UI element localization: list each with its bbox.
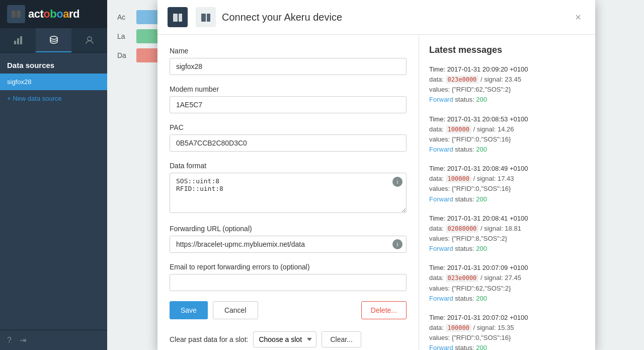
akeru-header-icon bbox=[172, 11, 184, 23]
svg-rect-9 bbox=[201, 14, 206, 22]
cancel-button[interactable]: Cancel bbox=[213, 301, 258, 319]
nav-icon-bar bbox=[0, 28, 107, 53]
clear-section: Clear past data for a slot: Choose a slo… bbox=[170, 331, 407, 347]
modal-header-icon-2 bbox=[196, 7, 216, 27]
nav-charts-button[interactable] bbox=[0, 28, 36, 52]
email-input[interactable] bbox=[170, 274, 407, 291]
sidebar: actoboard Data sources sigfox28 bbox=[0, 0, 107, 350]
clear-button[interactable]: Clear... bbox=[321, 331, 361, 347]
email-label: Email to report forwarding errors to (op… bbox=[170, 263, 407, 271]
svg-rect-0 bbox=[12, 11, 16, 18]
forwarding-url-label: Forwarding URL (optional) bbox=[170, 225, 407, 233]
forward-link-4[interactable]: Forward bbox=[429, 295, 453, 302]
forward-link-2[interactable]: Forward bbox=[429, 195, 453, 203]
forwarding-url-info-icon[interactable]: i bbox=[392, 239, 403, 249]
akeru-modal: Connect your Akeru device × Name Modem n… bbox=[157, 0, 595, 350]
forward-link-1[interactable]: Forward bbox=[429, 146, 453, 153]
data-format-input[interactable]: SOS::uint:8 RFID::uint:8 bbox=[170, 173, 407, 213]
clear-label: Clear past data for a slot: bbox=[170, 335, 248, 343]
logo-area: actoboard bbox=[0, 0, 107, 28]
svg-rect-4 bbox=[20, 36, 22, 44]
akeru-device-icon bbox=[200, 11, 212, 23]
email-group: Email to report forwarding errors to (op… bbox=[170, 263, 407, 291]
messages-title: Latest messages bbox=[429, 45, 585, 55]
account-icon bbox=[85, 36, 94, 45]
modal-close-button[interactable]: × bbox=[571, 10, 585, 25]
messages-panel: Latest messages Time: 2017-01-31 20:09:2… bbox=[419, 35, 595, 350]
delete-button[interactable]: Delete... bbox=[361, 301, 407, 319]
data-sources-title: Data sources bbox=[0, 53, 107, 74]
nav-datasources-button[interactable] bbox=[36, 28, 71, 52]
name-group: Name bbox=[170, 47, 407, 75]
modem-group: Modem number bbox=[170, 85, 407, 113]
main-content: Ac La Da Conn bbox=[107, 0, 644, 350]
pac-group: PAC bbox=[170, 123, 407, 152]
forward-link-5[interactable]: Forward bbox=[429, 344, 453, 350]
data-format-label: Data format bbox=[170, 162, 407, 170]
message-item-5: Time: 2017-01-31 20:07:02 +0100 data: 10… bbox=[429, 313, 585, 350]
modal-header-icon bbox=[168, 7, 188, 27]
pac-label: PAC bbox=[170, 123, 407, 131]
name-label: Name bbox=[170, 47, 407, 55]
modal-form: Name Modem number PAC Data format SOS::u… bbox=[157, 35, 419, 350]
message-item-4: Time: 2017-01-31 20:07:09 +0100 data: 02… bbox=[429, 263, 585, 304]
svg-rect-8 bbox=[179, 14, 182, 22]
forwarding-url-group: Forwarding URL (optional) i bbox=[170, 225, 407, 253]
data-format-group: Data format SOS::uint:8 RFID::uint:8 i bbox=[170, 162, 407, 215]
sidebar-item-sigfox28[interactable]: sigfox28 bbox=[0, 74, 107, 90]
akeru-logo-svg bbox=[11, 9, 22, 20]
datasources-icon bbox=[49, 35, 58, 44]
modal-body: Name Modem number PAC Data format SOS::u… bbox=[157, 35, 595, 350]
app-name-text: actoboard bbox=[28, 8, 79, 21]
svg-rect-7 bbox=[173, 14, 178, 22]
logout-button[interactable]: ⇥ bbox=[20, 335, 26, 345]
logo-icon bbox=[7, 5, 25, 23]
modem-input[interactable] bbox=[170, 96, 407, 113]
svg-rect-10 bbox=[207, 14, 210, 22]
svg-rect-3 bbox=[17, 38, 19, 44]
message-item-0: Time: 2017-01-31 20:09:20 +0100 data: 02… bbox=[429, 64, 585, 105]
slot-select[interactable]: Choose a slot Slot 1 Slot 2 Slot 3 bbox=[253, 331, 316, 347]
svg-rect-2 bbox=[14, 41, 16, 44]
forwarding-url-input[interactable] bbox=[170, 236, 407, 253]
data-format-info-icon[interactable]: i bbox=[392, 177, 403, 187]
forward-link-0[interactable]: Forward bbox=[429, 96, 453, 103]
modal-title: Connect your Akeru device bbox=[222, 12, 565, 23]
svg-point-5 bbox=[50, 36, 57, 39]
message-item-3: Time: 2017-01-31 20:08:41 +0100 data: 02… bbox=[429, 214, 585, 254]
message-item-2: Time: 2017-01-31 20:08:49 +0100 data: 10… bbox=[429, 164, 585, 204]
name-input[interactable] bbox=[170, 58, 407, 75]
charts-icon bbox=[14, 36, 23, 45]
forward-link-3[interactable]: Forward bbox=[429, 245, 453, 252]
svg-rect-1 bbox=[17, 11, 21, 18]
help-button[interactable]: ? bbox=[7, 335, 12, 345]
form-buttons: Save Cancel Delete... bbox=[170, 301, 407, 319]
modem-label: Modem number bbox=[170, 85, 407, 93]
save-button[interactable]: Save bbox=[170, 301, 208, 319]
data-format-wrapper: SOS::uint:8 RFID::uint:8 i bbox=[170, 173, 407, 215]
nav-account-button[interactable] bbox=[71, 28, 107, 52]
message-item-1: Time: 2017-01-31 20:08:53 +0100 data: 10… bbox=[429, 114, 585, 155]
add-datasource-button[interactable]: + New data source bbox=[0, 90, 107, 107]
forwarding-url-wrapper: i bbox=[170, 236, 407, 253]
pac-input[interactable] bbox=[170, 134, 407, 152]
sidebar-footer: ? ⇥ bbox=[0, 330, 107, 350]
modal-header: Connect your Akeru device × bbox=[157, 0, 595, 35]
svg-point-6 bbox=[88, 37, 92, 41]
